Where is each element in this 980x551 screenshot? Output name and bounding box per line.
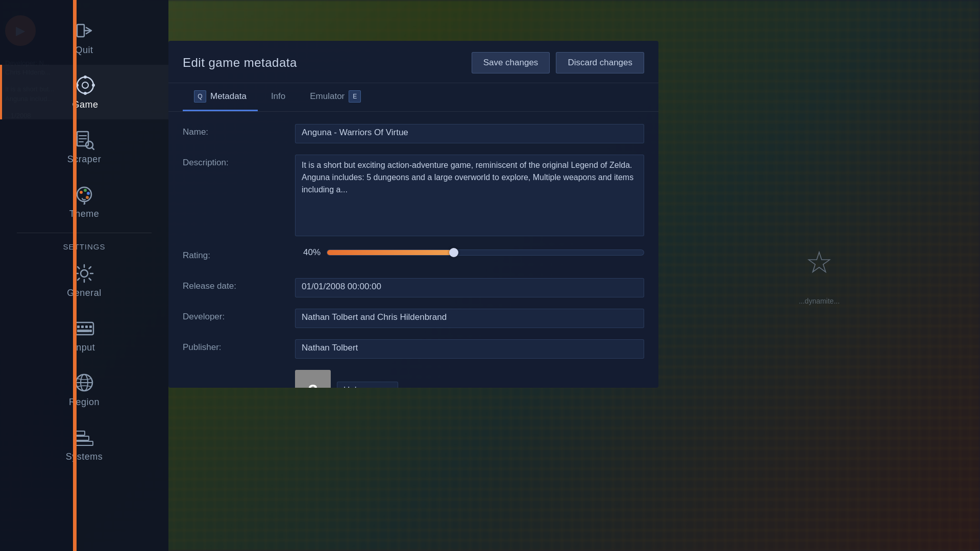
developer-row: Developer: Nathan Tolbert and Chris Hild… <box>183 309 644 328</box>
svg-point-16 <box>84 189 87 192</box>
svg-rect-27 <box>79 330 89 332</box>
form-content: Name: Anguna - Warriors Of Virtue Descri… <box>168 112 658 388</box>
age-rating-row: Age rating: ? www.pegi.info Unknown ▼ <box>183 370 644 388</box>
sidebar-item-systems[interactable]: Systems <box>0 417 168 471</box>
game-icon <box>74 74 96 96</box>
tab-emulator[interactable]: Emulator E <box>299 83 372 111</box>
panel-title: Edit game metadata <box>183 56 297 70</box>
description-row: Description: It is a short but exciting … <box>183 155 644 236</box>
age-rating-label: Age rating: <box>183 384 295 388</box>
sidebar-item-quit[interactable]: Quit <box>0 10 168 65</box>
tab-emulator-label: Emulator <box>310 91 345 102</box>
bg-star-icon: ☆ <box>805 244 833 280</box>
sidebar-item-scraper[interactable]: Scraper <box>0 119 168 174</box>
sidebar-item-general-label: General <box>67 288 102 298</box>
name-row: Name: Anguna - Warriors Of Virtue <box>183 124 644 143</box>
age-rating-dropdown-arrow: ▼ <box>383 385 391 388</box>
sidebar-item-theme[interactable]: Theme <box>0 174 168 229</box>
sidebar-item-input[interactable]: Input <box>0 308 168 362</box>
svg-point-2 <box>77 77 93 93</box>
age-rating-control: ? www.pegi.info Unknown ▼ <box>295 370 644 388</box>
rating-control: 40% <box>295 247 644 258</box>
tab-metadata-label: Metadata <box>210 91 247 102</box>
svg-point-18 <box>86 196 89 199</box>
sidebar-item-quit-label: Quit <box>75 45 93 56</box>
bg-right-area: ☆ ...dynamite... <box>658 0 980 551</box>
svg-point-15 <box>80 191 83 194</box>
svg-line-19 <box>84 202 85 204</box>
svg-point-5 <box>84 92 87 95</box>
sidebar-item-scraper-label: Scraper <box>67 154 102 165</box>
name-label: Name: <box>183 124 295 137</box>
svg-rect-24 <box>85 325 88 328</box>
discard-changes-button[interactable]: Discard changes <box>556 52 644 73</box>
svg-point-20 <box>81 270 88 277</box>
main-panel: Edit game metadata Save changes Discard … <box>168 41 658 388</box>
svg-rect-22 <box>77 325 80 328</box>
rating-label: Rating: <box>183 247 295 261</box>
release-date-label: Release date: <box>183 278 295 291</box>
sidebar-item-region[interactable]: Region <box>0 362 168 417</box>
svg-rect-23 <box>81 325 84 328</box>
svg-rect-28 <box>89 330 92 332</box>
publisher-row: Publisher: Nathan Tolbert <box>183 339 644 359</box>
age-rating-selected-value: Unknown <box>344 385 380 388</box>
svg-rect-33 <box>76 436 89 440</box>
release-date-row: Release date: 01/01/2008 00:00:00 <box>183 278 644 297</box>
bg-right-text: ...dynamite... <box>799 295 840 307</box>
tab-info-label: Info <box>271 91 285 102</box>
emulator-tab-icon: E <box>349 90 361 103</box>
rating-percent-value: 40% <box>295 247 321 258</box>
metadata-tab-icon: Q <box>194 90 206 103</box>
sidebar-item-systems-label: Systems <box>66 452 103 462</box>
tab-metadata[interactable]: Q Metadata <box>183 83 258 111</box>
rating-fill <box>327 250 454 255</box>
sidebar-accent-bar <box>73 0 77 551</box>
age-rating-select[interactable]: Unknown ▼ <box>337 382 398 388</box>
description-label: Description: <box>183 155 295 168</box>
rating-handle[interactable] <box>449 248 458 257</box>
svg-line-13 <box>92 147 94 149</box>
publisher-label: Publisher: <box>183 339 295 353</box>
name-input[interactable]: Anguna - Warriors Of Virtue <box>295 124 644 143</box>
pegi-question-mark: ? <box>308 381 318 388</box>
pegi-image: ? www.pegi.info <box>295 370 331 388</box>
svg-rect-32 <box>76 441 93 445</box>
developer-input[interactable]: Nathan Tolbert and Chris Hildenbrand <box>295 309 644 328</box>
svg-rect-25 <box>89 325 92 328</box>
tab-info[interactable]: Info <box>260 84 297 110</box>
svg-rect-34 <box>76 431 85 435</box>
developer-label: Developer: <box>183 309 295 322</box>
panel-actions: Save changes Discard changes <box>472 52 644 73</box>
sidebar: Quit Game Scrape <box>0 0 168 551</box>
sidebar-item-game[interactable]: Game <box>0 65 168 119</box>
settings-section-label: Settings <box>0 237 168 253</box>
sidebar-item-general[interactable]: General <box>0 253 168 308</box>
svg-point-17 <box>87 192 90 195</box>
rating-slider[interactable] <box>327 249 644 256</box>
svg-point-4 <box>84 76 87 79</box>
svg-point-3 <box>82 82 88 88</box>
svg-point-7 <box>92 84 95 87</box>
panel-header: Edit game metadata Save changes Discard … <box>168 41 658 83</box>
tabs-bar: Q Metadata Info Emulator E <box>168 83 658 112</box>
svg-rect-0 <box>77 24 84 37</box>
sidebar-divider <box>17 233 152 233</box>
description-input[interactable]: It is a short but exciting action-advent… <box>295 155 644 236</box>
save-changes-button[interactable]: Save changes <box>472 52 550 73</box>
sidebar-item-input-label: Input <box>74 342 95 353</box>
svg-rect-21 <box>75 322 93 335</box>
release-date-input[interactable]: 01/01/2008 00:00:00 <box>295 278 644 297</box>
rating-row: Rating: 40% <box>183 247 644 267</box>
publisher-input[interactable]: Nathan Tolbert <box>295 339 644 359</box>
